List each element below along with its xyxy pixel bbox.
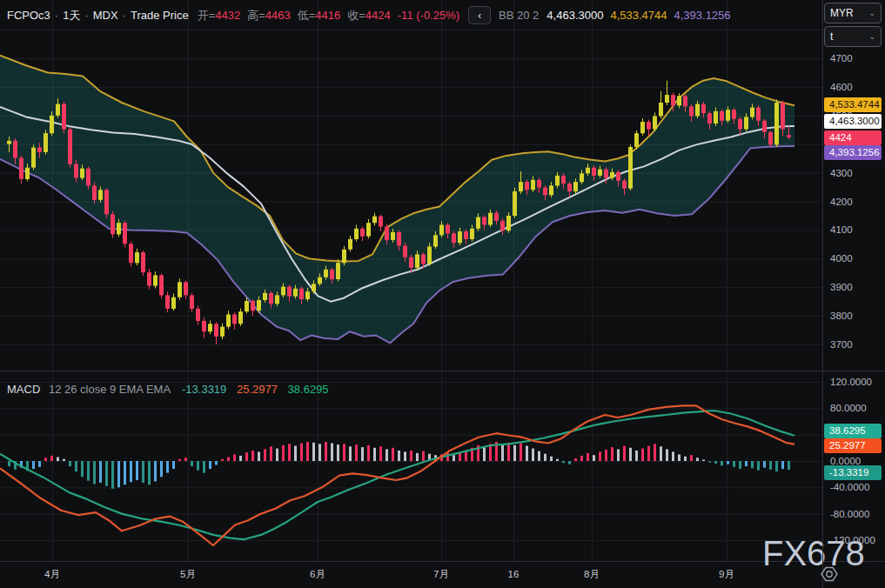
candle-body: [44, 133, 48, 152]
candle-body: [519, 182, 523, 191]
price-tick-label: 4300: [830, 167, 853, 179]
bb-indicator-label[interactable]: BB 20 2: [499, 9, 539, 22]
macd-histogram-bar: [526, 446, 528, 461]
macd-histogram-bar: [50, 456, 53, 461]
macd-histogram-bar: [105, 461, 108, 486]
macd-histogram-bar: [227, 458, 230, 462]
time-tick-label[interactable]: 8月: [584, 562, 600, 586]
candle-body: [117, 223, 121, 234]
candle-body: [98, 190, 103, 200]
time-tick-label[interactable]: 5月: [180, 562, 196, 586]
price-axis[interactable]: 4700460045004400430042004100400039003800…: [822, 0, 885, 588]
price-tick-label: 4700: [830, 52, 853, 64]
collapse-indicators-button[interactable]: ‹: [468, 6, 491, 24]
macd-histogram-bar: [75, 461, 77, 471]
candle-body: [178, 282, 182, 297]
candle-body: [318, 277, 322, 284]
price-tick-label: 4200: [830, 196, 853, 208]
price-badge: 4,463.3000: [824, 114, 882, 129]
time-tick-label[interactable]: 9月: [719, 562, 734, 586]
unit-select[interactable]: t ⌄: [824, 26, 882, 47]
candle-body: [671, 95, 675, 105]
candle-body: [257, 300, 261, 311]
macd-title[interactable]: MACD: [7, 383, 40, 396]
ohlc-value: 4416: [315, 9, 340, 22]
candle-body: [720, 111, 724, 121]
time-tick-label[interactable]: 4月: [44, 562, 60, 586]
macd-histogram-bar: [221, 459, 224, 461]
price-badge: 4,393.1256: [824, 145, 882, 160]
macd-histogram-bar: [775, 461, 778, 471]
separator: ·: [84, 9, 88, 22]
macd-histogram-bar: [647, 446, 650, 461]
candle-body: [312, 284, 316, 291]
macd-histogram-bar: [453, 455, 455, 461]
symbol-label[interactable]: FCPOc3: [7, 9, 50, 22]
time-axis[interactable]: 4月5月6月7月168月9月: [0, 562, 822, 588]
candle-body: [415, 254, 419, 268]
candle-body: [488, 213, 493, 225]
currency-select[interactable]: MYR ⌄: [824, 3, 882, 23]
macd-histogram-bar: [392, 448, 394, 461]
macd-histogram-bar: [404, 451, 406, 461]
macd-histogram-bar: [702, 460, 705, 462]
candle-body: [513, 191, 517, 216]
macd-histogram-bar: [422, 451, 425, 461]
candle-body: [653, 117, 657, 130]
separator: ·: [123, 9, 126, 22]
interval-label[interactable]: 1天: [63, 8, 80, 23]
macd-histogram-bar: [124, 461, 126, 484]
candle-body: [598, 170, 602, 176]
macd-histogram-bar: [739, 461, 741, 469]
candle-body: [543, 188, 547, 196]
bb-lower-value: 4,393.1256: [674, 9, 731, 22]
macd-histogram-bar: [160, 461, 163, 477]
candle-body: [354, 229, 359, 239]
macd-tick-label: -80.0000: [830, 508, 869, 520]
macd-histogram-bar: [8, 461, 10, 466]
candle-body: [135, 252, 139, 263]
candle-body: [458, 231, 462, 243]
macd-histogram-bar: [288, 444, 291, 461]
time-tick-label[interactable]: 7月: [433, 562, 449, 586]
price-badge: 4,533.4744: [824, 97, 882, 112]
candle-body: [74, 164, 78, 178]
candle-body: [111, 214, 115, 234]
time-tick-label[interactable]: 16: [508, 562, 520, 586]
candle-body: [531, 180, 535, 190]
price-tick-label: 3700: [830, 338, 853, 351]
macd-histogram-bar: [69, 461, 71, 466]
candle-body: [714, 111, 718, 124]
candle-body: [245, 301, 249, 311]
macd-histogram-bar: [660, 446, 662, 461]
candle-body: [464, 231, 468, 239]
ohlc-value: 4424: [365, 9, 391, 22]
candle-body: [433, 235, 438, 246]
price-tick-label: 4000: [830, 252, 853, 264]
macd-histogram-bar: [111, 461, 114, 489]
trading-chart-window: FX678 FCPOc3 · 1天 · MDX · Trade Price 开=…: [0, 0, 885, 588]
macd-histogram-bar: [130, 461, 132, 482]
macd-value-badge: 38.6295: [824, 424, 882, 438]
macd-histogram-bar: [410, 451, 412, 461]
bb-basis-value: 4,463.3000: [546, 9, 603, 22]
candle-body: [616, 172, 620, 181]
candle-body: [768, 132, 773, 145]
ohlc-value: 4432: [215, 9, 240, 22]
candle-body: [738, 119, 742, 130]
fx678-logo-icon[interactable]: [820, 565, 839, 584]
candle-body: [305, 291, 310, 299]
time-tick-label[interactable]: 6月: [310, 562, 325, 586]
price-tick-label: 4100: [830, 224, 853, 236]
candle-body: [62, 104, 66, 130]
chart-canvas[interactable]: [0, 0, 885, 588]
macd-histogram-bar: [629, 448, 632, 461]
macd-histogram-bar: [654, 444, 656, 461]
candle-wick: [788, 126, 789, 140]
macd-histogram-bar: [142, 461, 144, 483]
macd-histogram-bar: [81, 461, 84, 477]
macd-tick-label: 80.0000: [830, 402, 867, 414]
candle-body: [701, 104, 706, 114]
price-tick-label: 4600: [830, 81, 853, 93]
macd-histogram-bar: [684, 457, 687, 461]
